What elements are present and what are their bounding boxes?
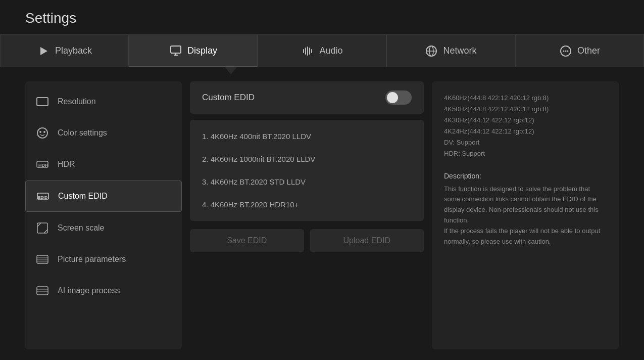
save-edid-button[interactable]: Save EDID xyxy=(190,229,304,252)
edid-option-3[interactable]: 3. 4K60Hz BT.2020 STD LLDV xyxy=(190,170,424,193)
svg-point-13 xyxy=(563,50,564,52)
network-icon xyxy=(425,44,438,58)
tab-indicator-row xyxy=(0,67,644,76)
svg-text:EDID: EDID xyxy=(38,195,47,200)
svg-rect-30 xyxy=(37,287,48,295)
sidebar-item-custom-edid[interactable]: EDID Custom EDID xyxy=(25,181,182,212)
description-label: Description: xyxy=(444,172,607,180)
scale-icon xyxy=(35,221,49,235)
tab-audio[interactable]: Audio xyxy=(258,34,386,67)
spec-line-6: HDR: Support xyxy=(444,148,607,159)
svg-rect-4 xyxy=(303,49,304,53)
sidebar-item-hdr[interactable]: HDR HDR xyxy=(25,149,182,179)
svg-rect-1 xyxy=(171,46,181,53)
edid-option-2[interactable]: 2. 4K60Hz 1000nit BT.2020 LLDV xyxy=(190,148,424,170)
spec-line-3: 4K30Hz(444:12 422:12 rgb:12) xyxy=(444,115,607,126)
middle-panel: Custom EDID 1. 4K60Hz 400nit BT.2020 LLD… xyxy=(182,81,432,349)
color-icon xyxy=(35,126,49,140)
edid-icon: EDID xyxy=(36,189,50,203)
svg-rect-7 xyxy=(309,48,310,55)
edid-option-1[interactable]: 1. 4K60Hz 400nit BT.2020 LLDV xyxy=(190,125,424,148)
svg-rect-26 xyxy=(37,255,48,263)
sidebar-item-color-settings[interactable]: Color settings xyxy=(25,118,182,148)
edid-options-list: 1. 4K60Hz 400nit BT.2020 LLDV 2. 4K60Hz … xyxy=(190,120,424,221)
svg-point-15 xyxy=(567,50,568,52)
tab-other[interactable]: Other xyxy=(515,34,644,67)
tab-network[interactable]: Network xyxy=(386,34,515,67)
description-text: This function is designed to solve the p… xyxy=(444,184,607,247)
right-info-specs: 4K60Hz(444:8 422:12 420:12 rgb:8) 4K50Hz… xyxy=(444,93,607,160)
tab-indicator xyxy=(225,67,237,74)
custom-edid-toggle-label: Custom EDID xyxy=(202,93,255,103)
svg-text:HDR: HDR xyxy=(38,163,48,168)
sidebar-item-screen-scale[interactable]: Screen scale xyxy=(25,213,182,243)
right-panel: 4K60Hz(444:8 422:12 420:12 rgb:8) 4K50Hz… xyxy=(432,81,619,349)
svg-marker-0 xyxy=(40,47,47,55)
svg-point-18 xyxy=(37,128,47,138)
svg-rect-8 xyxy=(311,49,312,53)
svg-point-19 xyxy=(39,131,41,133)
svg-rect-5 xyxy=(305,48,306,55)
display-icon xyxy=(169,44,182,57)
toggle-track xyxy=(385,91,412,105)
top-nav: Playback Display Audio xyxy=(0,34,644,67)
edid-buttons: Save EDID Upload EDID xyxy=(190,229,424,252)
tab-playback[interactable]: Playback xyxy=(0,34,129,67)
svg-rect-16 xyxy=(37,98,48,106)
sidebar-item-ai-image-process[interactable]: AI image process xyxy=(25,276,182,306)
custom-edid-toggle[interactable] xyxy=(385,91,412,105)
play-icon xyxy=(37,44,50,58)
other-icon xyxy=(559,44,572,58)
page-title: Settings xyxy=(0,0,644,34)
tab-display[interactable]: Display xyxy=(129,34,258,67)
spec-line-5: DV: Support xyxy=(444,137,607,148)
sidebar: Resolution Color settings HDR HDR xyxy=(25,81,182,349)
svg-point-14 xyxy=(565,50,566,52)
sidebar-item-resolution[interactable]: Resolution xyxy=(25,86,182,117)
toggle-knob xyxy=(387,92,398,103)
picture-icon xyxy=(35,252,49,266)
main-content: Resolution Color settings HDR HDR xyxy=(0,76,644,354)
upload-edid-button[interactable]: Upload EDID xyxy=(310,229,424,252)
ai-icon xyxy=(35,284,49,298)
spec-line-2: 4K50Hz(444:8 422:12 420:12 rgb:8) xyxy=(444,104,607,115)
svg-point-20 xyxy=(43,131,45,133)
edid-option-4[interactable]: 4. 4K60Hz BT.2020 HDR10+ xyxy=(190,193,424,216)
sidebar-item-picture-parameters[interactable]: Picture parameters xyxy=(25,244,182,275)
spec-line-4: 4K24Hz(444:12 422:12 rgb:12) xyxy=(444,126,607,137)
svg-rect-6 xyxy=(307,47,308,56)
hdr-icon: HDR xyxy=(35,157,49,171)
custom-edid-toggle-row: Custom EDID xyxy=(190,81,424,114)
resolution-icon xyxy=(35,95,49,109)
spec-line-1: 4K60Hz(444:8 422:12 420:12 rgb:8) xyxy=(444,93,607,104)
audio-icon xyxy=(301,44,314,58)
